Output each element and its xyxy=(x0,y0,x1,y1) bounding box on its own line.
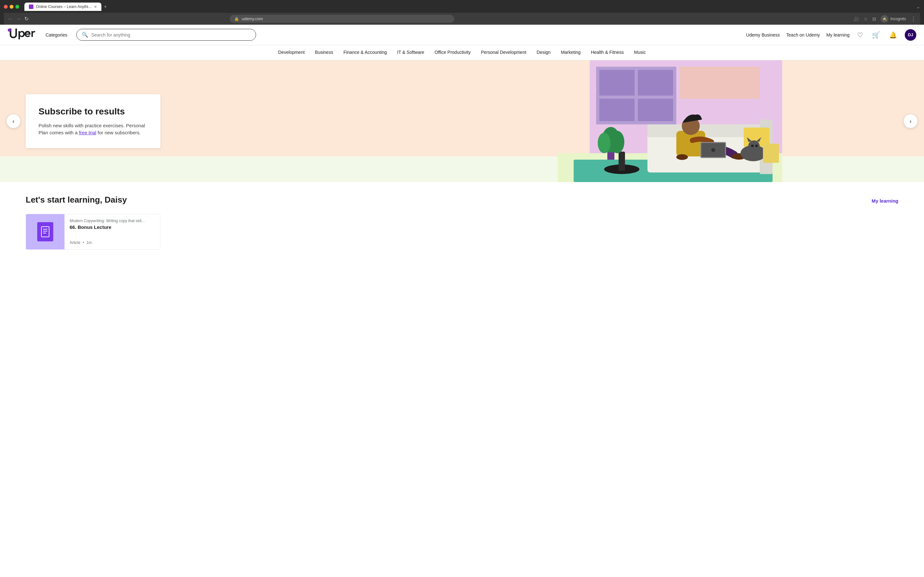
hero-banner: ‹ Subscribe to results Polish new skills… xyxy=(0,60,924,182)
svg-rect-4 xyxy=(638,70,673,95)
close-light[interactable] xyxy=(4,5,8,9)
wishlist-button[interactable]: ♡ xyxy=(856,30,864,40)
section-title: Let's start learning, Daisy xyxy=(26,195,127,205)
learning-header: Let's start learning, Daisy My learning xyxy=(26,195,898,205)
maximize-light[interactable] xyxy=(15,5,19,9)
svg-point-18 xyxy=(598,133,611,153)
prev-slide-button[interactable]: ‹ xyxy=(6,114,21,128)
course-name: Modern Copywriting: Writing copy that se… xyxy=(69,219,145,223)
svg-rect-32 xyxy=(41,227,49,237)
svg-point-19 xyxy=(610,131,624,153)
svg-point-30 xyxy=(755,145,758,147)
search-bar[interactable]: 🔍 xyxy=(76,29,256,41)
nav-item-business[interactable]: Business xyxy=(310,45,338,60)
svg-point-0 xyxy=(8,29,11,32)
browser-chrome: Online Courses – Learn Anythi... ✕ + ⌄ ←… xyxy=(0,0,924,25)
hero-card: Subscribe to results Polish new skills w… xyxy=(26,94,160,148)
user-avatar[interactable]: DJ xyxy=(905,29,916,41)
forward-button[interactable]: → xyxy=(16,16,21,22)
svg-point-29 xyxy=(751,145,754,147)
site-header: Categories 🔍 Udemy Business Teach on Ude… xyxy=(0,25,924,45)
nav-item-design[interactable]: Design xyxy=(531,45,556,60)
nav-item-music[interactable]: Music xyxy=(629,45,651,60)
my-learning-link[interactable]: My learning xyxy=(827,32,850,37)
back-button[interactable]: ← xyxy=(8,16,13,22)
split-view-icon[interactable]: ⊟ xyxy=(872,16,876,21)
site-nav: Development Business Finance & Accountin… xyxy=(0,45,924,60)
udemy-logo[interactable] xyxy=(8,29,37,41)
svg-rect-3 xyxy=(599,70,635,95)
nav-item-development[interactable]: Development xyxy=(273,45,310,60)
new-tab-button[interactable]: + xyxy=(104,4,107,10)
refresh-button[interactable]: ↻ xyxy=(24,16,29,22)
tab-close-button[interactable]: ✕ xyxy=(94,5,97,9)
course-info: Modern Copywriting: Writing copy that se… xyxy=(65,214,150,250)
star-icon[interactable]: ☆ xyxy=(864,16,868,21)
incognito-button[interactable]: 🕵 Incognito xyxy=(881,15,906,23)
active-tab[interactable]: Online Courses – Learn Anythi... ✕ xyxy=(24,3,102,11)
nav-item-it[interactable]: IT & Software xyxy=(392,45,430,60)
svg-point-26 xyxy=(676,154,688,160)
incognito-avatar: 🕵 xyxy=(881,15,888,23)
svg-point-23 xyxy=(711,148,715,152)
hero-desc-after: for new subscribers. xyxy=(96,130,141,135)
course-card[interactable]: Modern Copywriting: Writing copy that se… xyxy=(26,214,160,250)
svg-rect-15 xyxy=(619,152,625,171)
nav-item-personal[interactable]: Personal Development xyxy=(476,45,531,60)
next-slide-button[interactable]: › xyxy=(903,114,918,128)
notifications-button[interactable]: 🔔 xyxy=(888,30,898,40)
incognito-label: Incognito xyxy=(890,17,906,21)
hero-title: Subscribe to results xyxy=(39,106,148,117)
teach-on-udemy-link[interactable]: Teach on Udemy xyxy=(787,32,820,37)
url-display: udemy.com xyxy=(242,16,263,21)
search-input[interactable] xyxy=(91,32,250,37)
hero-content: Subscribe to results Polish new skills w… xyxy=(0,81,186,161)
course-thumb-icon xyxy=(37,222,53,242)
lecture-title: 66. Bonus Lecture xyxy=(69,224,145,230)
hero-description: Polish new skills with practice exercise… xyxy=(39,122,148,137)
nav-item-health[interactable]: Health & Fitness xyxy=(586,45,629,60)
hero-illustration xyxy=(416,60,924,182)
course-type: Article xyxy=(69,240,80,245)
course-duration: 1m xyxy=(86,240,92,245)
udemy-business-link[interactable]: Udemy Business xyxy=(746,32,780,37)
my-learning-link[interactable]: My learning xyxy=(872,198,898,203)
search-icon: 🔍 xyxy=(82,32,88,38)
tab-favicon xyxy=(29,5,33,9)
free-trial-link[interactable]: free trial xyxy=(79,130,96,135)
course-meta: Article • 1m xyxy=(69,240,145,245)
categories-button[interactable]: Categories xyxy=(43,31,70,39)
header-links: Udemy Business Teach on Udemy My learnin… xyxy=(746,29,916,41)
lock-icon: 🔒 xyxy=(234,17,239,21)
nav-item-office[interactable]: Office Productivity xyxy=(429,45,476,60)
meta-separator: • xyxy=(83,240,84,245)
minimize-light[interactable] xyxy=(10,5,13,9)
svg-rect-5 xyxy=(599,99,635,121)
camera-off-icon: 🎥 xyxy=(854,16,859,21)
svg-point-28 xyxy=(748,140,760,152)
tab-title: Online Courses – Learn Anythi... xyxy=(36,5,91,9)
course-thumbnail xyxy=(26,214,65,250)
nav-item-finance[interactable]: Finance & Accounting xyxy=(338,45,392,60)
browser-actions: 🎥 ☆ ⊟ 🕵 Incognito ⋮ xyxy=(854,15,916,23)
traffic-lights xyxy=(4,5,19,9)
address-input[interactable]: 🔒 udemy.com xyxy=(230,15,454,23)
svg-rect-31 xyxy=(763,143,779,163)
cart-button[interactable]: 🛒 xyxy=(871,30,881,40)
learning-section: Let's start learning, Daisy My learning … xyxy=(0,182,924,263)
svg-rect-6 xyxy=(638,99,673,121)
browser-chevron-icon: ⌄ xyxy=(916,4,920,9)
nav-item-marketing[interactable]: Marketing xyxy=(556,45,586,60)
browser-menu-button[interactable]: ⋮ xyxy=(911,15,916,23)
address-bar: ← → ↻ 🔒 udemy.com 🎥 ☆ ⊟ 🕵 Incognito ⋮ xyxy=(4,13,920,25)
svg-rect-7 xyxy=(680,67,760,99)
